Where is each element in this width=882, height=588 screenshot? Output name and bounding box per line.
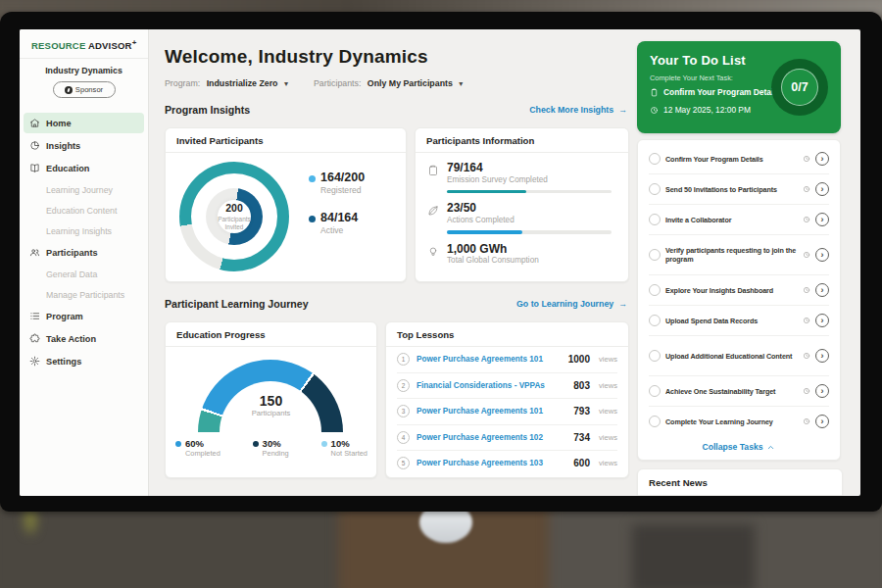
chevron-right-button[interactable]: ›: [815, 182, 829, 196]
checkbox[interactable]: [649, 416, 661, 427]
lesson-row: 2 Financial Considerations - VPPAs 803 v…: [397, 373, 617, 400]
clock-icon: [803, 286, 810, 294]
sidebar-item-home[interactable]: Home: [24, 113, 144, 133]
clock-icon: [803, 251, 810, 259]
sidebar-item-general-data[interactable]: General Data: [24, 265, 144, 283]
checkbox[interactable]: [649, 385, 661, 397]
recent-news-title: Recent News: [638, 469, 842, 496]
home-icon: [29, 118, 40, 128]
todo-item[interactable]: Confirm Your Program Details ›: [649, 144, 829, 174]
participants-information-card: Participants Information 79/164 Emission…: [415, 127, 629, 282]
todo-datetime: 12 May 2025, 12:00 PM: [650, 105, 751, 115]
participants-label: Participants:: [314, 78, 361, 88]
sidebar-item-settings[interactable]: Settings: [24, 351, 144, 371]
clipboard-icon: [650, 88, 659, 97]
sidebar-item-take-action[interactable]: Take Action: [24, 328, 144, 349]
arrow-right-icon: →: [618, 299, 627, 309]
chevron-right-button[interactable]: ›: [815, 213, 829, 226]
book-icon: [29, 163, 40, 173]
donut-center-label: Participants Invited: [209, 216, 260, 231]
checkbox[interactable]: [649, 284, 661, 296]
list-icon: [29, 311, 40, 321]
collapse-tasks-link[interactable]: Collapse Tasks: [649, 436, 829, 458]
donut-center-value: 200: [225, 202, 243, 214]
sidebar-item-manage-participants[interactable]: Manage Participants: [24, 285, 144, 304]
checkbox[interactable]: [649, 249, 661, 261]
program-label: Program:: [165, 78, 200, 88]
logo-resource: RESOURCE: [31, 40, 85, 51]
todo-item[interactable]: Explore Your Insights Dashboard ›: [649, 275, 829, 306]
invited-donut-outer: 200 Participants Invited: [179, 162, 289, 271]
sidebar-item-insights[interactable]: Insights: [24, 135, 144, 156]
todo-item[interactable]: Upload Additional Educational Content ›: [649, 336, 829, 376]
todo-title: Your To Do List: [650, 53, 746, 68]
lesson-link[interactable]: Financial Considerations - VPPAs: [416, 381, 566, 390]
clock-icon: [803, 317, 810, 324]
lesson-link[interactable]: Power Purchase Agreements 101: [416, 355, 562, 364]
learning-journey-title: Participant Learning Journey: [165, 298, 309, 310]
todo-item[interactable]: Invite a Collaborator ›: [649, 205, 829, 235]
chevron-right-button[interactable]: ›: [815, 314, 829, 327]
sidebar-item-learning-insights[interactable]: Learning Insights: [24, 221, 144, 240]
insights-icon: [29, 140, 40, 151]
todo-item[interactable]: Upload Spend Data Records ›: [649, 306, 829, 336]
clock-icon: [803, 352, 810, 360]
app-logo: RESOURCE ADVISOR+: [20, 29, 148, 59]
participants-dropdown[interactable]: Participants: Only My Participants ▾: [314, 78, 463, 88]
sidebar-item-program[interactable]: Program: [24, 306, 144, 326]
check-more-insights-link[interactable]: Check More Insights →: [529, 105, 627, 115]
chevron-down-icon: ▾: [459, 79, 463, 88]
chevron-right-button[interactable]: ›: [815, 349, 829, 363]
chevron-right-button[interactable]: ›: [815, 283, 829, 297]
rank-badge: 1: [397, 353, 410, 366]
lesson-link[interactable]: Power Purchase Agreements 102: [416, 433, 566, 442]
invited-participants-card: Invited Participants 200 Participants In…: [165, 127, 407, 282]
sidebar-item-education-content[interactable]: Education Content: [24, 201, 144, 220]
sidebar-item-education[interactable]: Education: [24, 158, 144, 178]
stat-emission-survey: 79/164 Emission Survey Completed: [427, 162, 616, 193]
legend-completed: 60% Completed: [175, 438, 220, 458]
completed-dot-icon: [175, 441, 181, 447]
puzzle-icon: [29, 333, 40, 344]
lesson-row: 5 Power Purchase Agreements 103 600 view…: [397, 451, 617, 476]
checkbox[interactable]: [649, 153, 661, 165]
todo-item[interactable]: Achieve One Sustainability Target ›: [649, 376, 829, 407]
lesson-link[interactable]: Power Purchase Agreements 101: [416, 407, 566, 416]
chevron-right-button[interactable]: ›: [815, 152, 829, 166]
clock-icon: [803, 417, 810, 425]
lesson-link[interactable]: Power Purchase Agreements 103: [416, 459, 566, 467]
rank-badge: 3: [397, 405, 410, 417]
top-lessons-title: Top Lessons: [386, 322, 628, 347]
checkbox[interactable]: [649, 214, 661, 225]
sidebar-item-participants[interactable]: Participants: [24, 242, 144, 263]
gauge-center: 150 Participants: [166, 393, 376, 417]
todo-progress-ring: 0/7: [771, 59, 828, 116]
todo-subtitle: Complete Your Next Task:: [650, 74, 733, 82]
survey-icon: [427, 165, 439, 176]
chevron-right-button[interactable]: ›: [815, 248, 829, 262]
checkbox[interactable]: [649, 315, 661, 326]
program-dropdown[interactable]: Program: Industrialize Zero ▾: [165, 78, 288, 88]
go-to-learning-journey-link[interactable]: Go to Learning Journey →: [516, 299, 627, 309]
recent-news-card: Recent News: [637, 468, 843, 496]
lesson-row: 3 Power Purchase Agreements 101 793 view…: [397, 399, 617, 425]
rank-badge: 5: [397, 457, 410, 469]
todo-summary-card: Your To Do List Complete Your Next Task:…: [637, 41, 841, 133]
org-name: Industry Dynamics: [20, 66, 148, 75]
todo-item[interactable]: Verify participants requesting to join t…: [649, 235, 829, 275]
invited-donut-inner: 200 Participants Invited: [206, 188, 263, 245]
todo-item[interactable]: Send 50 Invitations to Participants ›: [649, 174, 829, 205]
participants-information-title: Participants Information: [416, 128, 628, 153]
sidebar-item-learning-journey[interactable]: Learning Journey: [24, 180, 144, 199]
rank-badge: 2: [397, 379, 410, 392]
gear-icon: [29, 356, 40, 367]
sponsor-badge-icon: [65, 86, 73, 94]
chevron-right-button[interactable]: ›: [815, 415, 829, 428]
stat-bar-fill: [447, 190, 526, 194]
stat-global-consumption: 1,000 GWh Total Global Consumption: [427, 243, 616, 266]
lesson-row: 4 Power Purchase Agreements 102 734 view…: [397, 425, 617, 452]
checkbox[interactable]: [649, 350, 661, 362]
chevron-right-button[interactable]: ›: [815, 384, 829, 398]
todo-item[interactable]: Complete Your Learning Journey ›: [649, 407, 829, 436]
checkbox[interactable]: [649, 183, 661, 195]
